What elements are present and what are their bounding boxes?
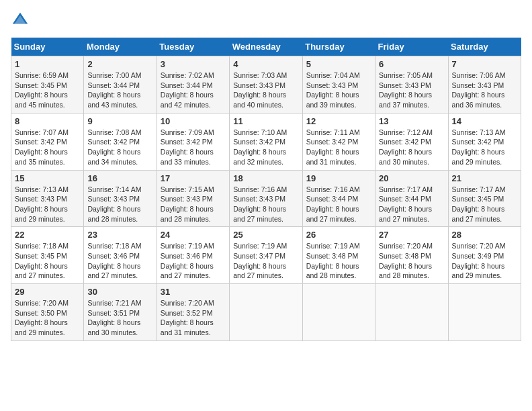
day-number: 14 — [452, 116, 517, 126]
day-number: 22 — [15, 230, 80, 240]
day-info: Sunrise: 7:20 AMSunset: 3:48 PMDaylight:… — [379, 242, 433, 279]
day-info: Sunrise: 7:19 AMSunset: 3:48 PMDaylight:… — [306, 242, 360, 279]
day-number: 29 — [15, 287, 80, 297]
day-info: Sunrise: 7:02 AMSunset: 3:44 PMDaylight:… — [161, 71, 214, 109]
day-number: 2 — [87, 59, 152, 69]
calendar-day-cell: 24 Sunrise: 7:19 AMSunset: 3:46 PMDaylig… — [157, 227, 229, 284]
calendar-day-cell: 25 Sunrise: 7:19 AMSunset: 3:47 PMDaylig… — [230, 227, 302, 284]
calendar-day-cell: 19 Sunrise: 7:16 AMSunset: 3:44 PMDaylig… — [302, 170, 375, 227]
calendar-day-cell: 21 Sunrise: 7:17 AMSunset: 3:45 PMDaylig… — [448, 170, 521, 227]
day-info: Sunrise: 7:19 AMSunset: 3:46 PMDaylight:… — [161, 242, 214, 279]
day-info: Sunrise: 7:00 AMSunset: 3:44 PMDaylight:… — [87, 71, 141, 109]
day-number: 24 — [161, 230, 226, 240]
calendar-day-cell: 18 Sunrise: 7:16 AMSunset: 3:43 PMDaylig… — [230, 170, 302, 227]
day-info: Sunrise: 7:11 AMSunset: 3:42 PMDaylight:… — [306, 128, 360, 166]
day-info: Sunrise: 7:09 AMSunset: 3:42 PMDaylight:… — [161, 128, 214, 166]
weekday-header: Friday — [375, 38, 448, 56]
weekday-header: Thursday — [302, 38, 375, 56]
calendar-day-cell: 17 Sunrise: 7:15 AMSunset: 3:43 PMDaylig… — [157, 170, 229, 227]
weekday-header: Monday — [84, 38, 157, 56]
calendar-day-cell: 12 Sunrise: 7:11 AMSunset: 3:42 PMDaylig… — [302, 113, 375, 170]
calendar-day-cell — [375, 284, 448, 341]
calendar-day-cell: 30 Sunrise: 7:21 AMSunset: 3:51 PMDaylig… — [84, 284, 157, 341]
calendar-week-row: 15 Sunrise: 7:13 AMSunset: 3:43 PMDaylig… — [11, 170, 521, 227]
calendar-day-cell: 7 Sunrise: 7:06 AMSunset: 3:43 PMDayligh… — [448, 56, 521, 113]
calendar-day-cell: 6 Sunrise: 7:05 AMSunset: 3:43 PMDayligh… — [375, 56, 448, 113]
day-info: Sunrise: 7:07 AMSunset: 3:42 PMDaylight:… — [15, 128, 69, 166]
day-number: 4 — [233, 59, 298, 69]
day-number: 28 — [452, 230, 517, 240]
calendar-day-cell: 16 Sunrise: 7:14 AMSunset: 3:43 PMDaylig… — [84, 170, 157, 227]
day-number: 7 — [452, 59, 517, 69]
day-info: Sunrise: 7:16 AMSunset: 3:44 PMDaylight:… — [306, 185, 360, 223]
calendar-week-row: 8 Sunrise: 7:07 AMSunset: 3:42 PMDayligh… — [11, 113, 521, 170]
day-number: 31 — [161, 287, 226, 297]
day-number: 19 — [306, 173, 371, 183]
day-number: 8 — [15, 116, 80, 126]
day-info: Sunrise: 7:10 AMSunset: 3:42 PMDaylight:… — [233, 128, 287, 166]
day-info: Sunrise: 7:13 AMSunset: 3:42 PMDaylight:… — [452, 128, 506, 166]
calendar-week-row: 1 Sunrise: 6:59 AMSunset: 3:45 PMDayligh… — [11, 56, 521, 113]
day-number: 25 — [233, 230, 298, 240]
day-info: Sunrise: 6:59 AMSunset: 3:45 PMDaylight:… — [15, 71, 69, 109]
day-number: 23 — [87, 230, 152, 240]
calendar-day-cell: 31 Sunrise: 7:20 AMSunset: 3:52 PMDaylig… — [157, 284, 229, 341]
day-info: Sunrise: 7:13 AMSunset: 3:43 PMDaylight:… — [15, 185, 69, 223]
logo — [11, 11, 32, 30]
calendar-day-cell: 14 Sunrise: 7:13 AMSunset: 3:42 PMDaylig… — [448, 113, 521, 170]
page-header — [11, 11, 521, 30]
calendar-day-cell: 9 Sunrise: 7:08 AMSunset: 3:42 PMDayligh… — [84, 113, 157, 170]
day-info: Sunrise: 7:19 AMSunset: 3:47 PMDaylight:… — [233, 242, 287, 279]
day-number: 17 — [161, 173, 226, 183]
calendar-day-cell: 4 Sunrise: 7:03 AMSunset: 3:43 PMDayligh… — [230, 56, 302, 113]
calendar-day-cell: 27 Sunrise: 7:20 AMSunset: 3:48 PMDaylig… — [375, 227, 448, 284]
day-info: Sunrise: 7:03 AMSunset: 3:43 PMDaylight:… — [233, 71, 287, 109]
day-number: 21 — [452, 173, 517, 183]
calendar-week-row: 22 Sunrise: 7:18 AMSunset: 3:45 PMDaylig… — [11, 227, 521, 284]
day-info: Sunrise: 7:05 AMSunset: 3:43 PMDaylight:… — [379, 71, 433, 109]
calendar-day-cell: 5 Sunrise: 7:04 AMSunset: 3:43 PMDayligh… — [302, 56, 375, 113]
day-number: 10 — [161, 116, 226, 126]
day-number: 1 — [15, 59, 80, 69]
day-info: Sunrise: 7:20 AMSunset: 3:52 PMDaylight:… — [161, 299, 214, 336]
calendar-day-cell — [302, 284, 375, 341]
calendar-day-cell: 20 Sunrise: 7:17 AMSunset: 3:44 PMDaylig… — [375, 170, 448, 227]
day-info: Sunrise: 7:06 AMSunset: 3:43 PMDaylight:… — [452, 71, 506, 109]
calendar-day-cell: 23 Sunrise: 7:18 AMSunset: 3:46 PMDaylig… — [84, 227, 157, 284]
day-info: Sunrise: 7:15 AMSunset: 3:43 PMDaylight:… — [161, 185, 214, 223]
weekday-header: Saturday — [448, 38, 521, 56]
calendar-day-cell: 22 Sunrise: 7:18 AMSunset: 3:45 PMDaylig… — [11, 227, 84, 284]
day-number: 6 — [379, 59, 444, 69]
calendar-day-cell: 28 Sunrise: 7:20 AMSunset: 3:49 PMDaylig… — [448, 227, 521, 284]
weekday-header: Sunday — [11, 38, 84, 56]
day-number: 18 — [233, 173, 298, 183]
calendar-day-cell — [448, 284, 521, 341]
day-number: 26 — [306, 230, 371, 240]
calendar-day-cell: 8 Sunrise: 7:07 AMSunset: 3:42 PMDayligh… — [11, 113, 84, 170]
day-number: 20 — [379, 173, 444, 183]
day-info: Sunrise: 7:14 AMSunset: 3:43 PMDaylight:… — [87, 185, 141, 223]
day-number: 15 — [15, 173, 80, 183]
day-info: Sunrise: 7:12 AMSunset: 3:42 PMDaylight:… — [379, 128, 433, 166]
day-number: 13 — [379, 116, 444, 126]
day-number: 16 — [87, 173, 152, 183]
logo-icon — [11, 11, 30, 30]
calendar-day-cell: 1 Sunrise: 6:59 AMSunset: 3:45 PMDayligh… — [11, 56, 84, 113]
day-number: 12 — [306, 116, 371, 126]
calendar-table: SundayMondayTuesdayWednesdayThursdayFrid… — [11, 38, 521, 341]
calendar-week-row: 29 Sunrise: 7:20 AMSunset: 3:50 PMDaylig… — [11, 284, 521, 341]
day-info: Sunrise: 7:17 AMSunset: 3:44 PMDaylight:… — [379, 185, 433, 223]
day-number: 30 — [87, 287, 152, 297]
weekday-header: Wednesday — [230, 38, 302, 56]
day-info: Sunrise: 7:17 AMSunset: 3:45 PMDaylight:… — [452, 185, 506, 223]
calendar-day-cell: 10 Sunrise: 7:09 AMSunset: 3:42 PMDaylig… — [157, 113, 229, 170]
day-info: Sunrise: 7:04 AMSunset: 3:43 PMDaylight:… — [306, 71, 360, 109]
day-number: 5 — [306, 59, 371, 69]
calendar-day-cell: 29 Sunrise: 7:20 AMSunset: 3:50 PMDaylig… — [11, 284, 84, 341]
weekday-header: Tuesday — [157, 38, 229, 56]
calendar-day-cell — [230, 284, 302, 341]
calendar-day-cell: 11 Sunrise: 7:10 AMSunset: 3:42 PMDaylig… — [230, 113, 302, 170]
calendar-day-cell: 26 Sunrise: 7:19 AMSunset: 3:48 PMDaylig… — [302, 227, 375, 284]
calendar-day-cell: 3 Sunrise: 7:02 AMSunset: 3:44 PMDayligh… — [157, 56, 229, 113]
weekday-header-row: SundayMondayTuesdayWednesdayThursdayFrid… — [11, 38, 521, 56]
